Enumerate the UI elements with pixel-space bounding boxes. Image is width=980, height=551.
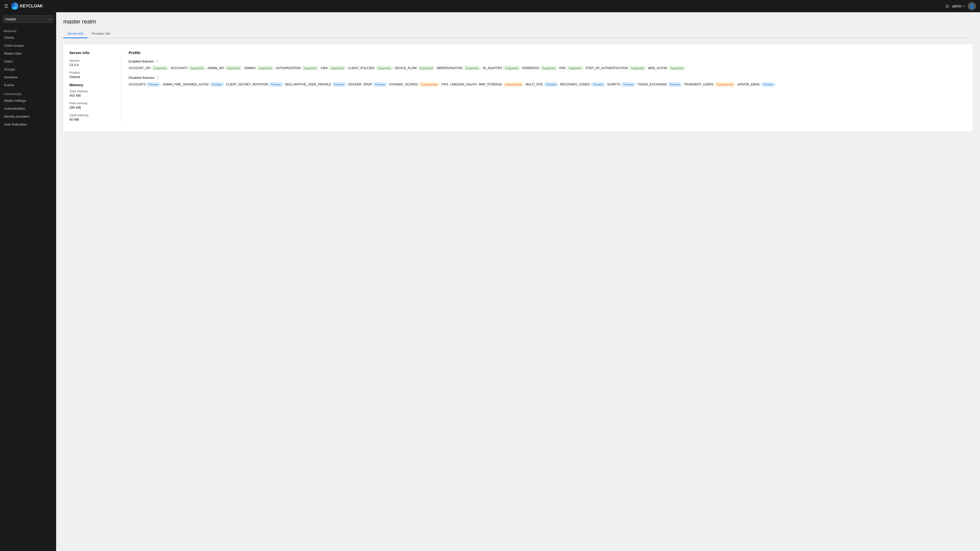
sidebar-item-authentication[interactable]: Authentication [0,105,56,113]
feature-name: WEB_AUTHN [648,66,667,70]
sidebar-item-events[interactable]: Events [0,81,56,89]
admin-menu[interactable]: admin ▾ [952,4,965,8]
feature-name: FIPS [441,83,448,86]
feature-item-web_authn: WEB_AUTHNSupported [648,66,685,70]
disabled-section: Disabled features ⓘ ACCOUNT3PreviewADMIN… [129,75,967,86]
used-memory-group: Used memory 60 MB [69,114,114,121]
page-title: master realm [63,18,973,25]
help-icon[interactable]: ⊙ [945,3,949,9]
feature-item-token_exchange: TOKEN_EXCHANGEPreview [638,83,682,86]
logo-icon [11,3,18,10]
realm-selector-arrow: ▾ [49,18,51,21]
feature-name: TOKEN_EXCHANGE [638,83,667,86]
enabled-features-info-icon[interactable]: ⓘ [155,59,159,64]
feature-item-account3: ACCOUNT3Preview [129,83,161,86]
sidebar-item-client-scopes[interactable]: Client scopes [0,41,56,49]
used-memory-value: 60 MB [69,118,114,121]
sidebar-item-sessions[interactable]: Sessions [0,73,56,81]
feature-badge-supported: Supported [629,66,646,70]
feature-badge-supported: Supported [151,66,169,70]
avatar[interactable]: 👤 [968,2,976,10]
info-layout: Server info Version 23.0.6 Product Defau… [69,51,967,125]
feature-badge-preview: Preview [544,83,558,86]
feature-badge-preview: Preview [146,83,161,86]
feature-item-admin_fine_grained_authz: ADMIN_FINE_GRAINED_AUTHZPreview [162,83,224,86]
feature-badge-preview: Preview [591,83,605,86]
sidebar-item-realm-roles[interactable]: Realm roles [0,49,56,57]
configure-section-label: Configure [0,89,56,97]
feature-badge-supported: Supported [302,66,319,70]
feature-item-par: PARSupported [559,66,584,70]
sidebar-item-realm-settings[interactable]: Realm settings [0,97,56,105]
sidebar: master ▾ Manage Clients Client scopes Re… [0,12,56,551]
feature-item-account_api: ACCOUNT_APISupported [129,66,169,70]
feature-badge-experimental: Experimental [503,83,523,86]
feature-item-linkedin_oauth: LINKEDIN_OAUTH [450,83,477,86]
feature-name: JS_ADAPTER [482,66,502,70]
tab-provider-info[interactable]: Provider info [88,30,115,38]
product-value: Default [69,75,114,79]
sidebar-item-groups[interactable]: Groups [0,65,56,73]
feature-name: TRANSIENT_USERS [684,83,714,86]
admin-label: admin [952,4,962,8]
feature-badge-supported: Supported [540,66,557,70]
feature-badge-preview: Preview [332,83,346,86]
feature-item-impersonation: IMPERSONATIONSupported [437,66,480,70]
feature-name: ACCOUNT3 [129,83,145,86]
free-memory-group: Free memory 395 MB [69,102,114,110]
feature-name: ADMIN_API [207,66,224,70]
feature-name: DEVICE_FLOW [395,66,417,70]
info-card: Server info Version 23.0.6 Product Defau… [63,44,973,132]
version-label: Version [69,59,114,62]
logo-text: KEYCLOAK [20,4,43,8]
feature-badge-preview: Preview [668,83,682,86]
realm-selector[interactable]: master ▾ [3,15,54,23]
feature-name: DECLARATIVE_USER_PROFILE [285,83,331,86]
feature-item-declarative_user_profile: DECLARATIVE_USER_PROFILEPreview [285,83,346,86]
total-memory-label: Total memory [69,89,114,93]
free-memory-label: Free memory [69,102,114,105]
feature-name: IMPERSONATION [437,66,462,70]
admin-dropdown-icon: ▾ [963,5,965,8]
sidebar-item-clients[interactable]: Clients [0,34,56,41]
sidebar-item-users[interactable]: Users [0,57,56,65]
tab-server-info[interactable]: Server info [63,30,88,38]
feature-name: ADMIN2 [244,66,256,70]
feature-name: CIBA [321,66,328,70]
feature-badge-supported: Supported [257,66,274,70]
feature-name: CLIENT_SECRET_ROTATION [226,83,268,86]
disabled-features-label: Disabled features ⓘ [129,75,967,80]
feature-name: DPOP [363,83,372,86]
feature-badge-supported: Supported [188,66,205,70]
topbar: ☰ KEYCLOAK ⊙ admin ▾ 👤 [0,0,980,12]
feature-item-admin2: ADMIN2Supported [244,66,274,70]
feature-badge-supported: Supported [463,66,480,70]
feature-badge-preview: Preview [761,83,775,86]
feature-name: MAP_STORAGE [479,83,502,86]
feature-badge-experimental: Experimental [714,83,735,86]
disabled-features-row: ACCOUNT3PreviewADMIN_FINE_GRAINED_AUTHZP… [129,83,967,86]
feature-item-client_policies: CLIENT_POLICIESSupported [348,66,393,70]
feature-item-dpop: DPOPPreview [363,83,387,86]
feature-name: PAR [559,66,566,70]
feature-name: MULTI_SITE [525,83,543,86]
feature-badge-supported: Supported [668,66,685,70]
free-memory-value: 395 MB [69,106,114,110]
feature-item-fips: FIPS [441,83,448,86]
feature-name: STEP_UP_AUTHENTICATION [585,66,628,70]
main-layout: master ▾ Manage Clients Client scopes Re… [0,12,980,551]
feature-badge-supported: Supported [329,66,346,70]
tabs: Server info Provider info [63,30,973,38]
menu-icon[interactable]: ☰ [4,3,8,9]
sidebar-item-identity-providers[interactable]: Identity providers [0,113,56,121]
feature-item-device_flow: DEVICE_FLOWSupported [395,66,435,70]
manage-section-label: Manage [0,26,56,34]
feature-item-transient_users: TRANSIENT_USERSExperimental [684,83,735,86]
product-group: Product Default [69,71,114,79]
feature-name: RECOVERY_CODES [560,83,590,86]
feature-name: UPDATE_EMAIL [737,83,760,86]
sidebar-item-user-federation[interactable]: User federation [0,121,56,128]
feature-item-update_email: UPDATE_EMAILPreview [737,83,775,86]
disabled-features-info-icon[interactable]: ⓘ [156,75,159,80]
profile-title: Profile [129,51,967,55]
